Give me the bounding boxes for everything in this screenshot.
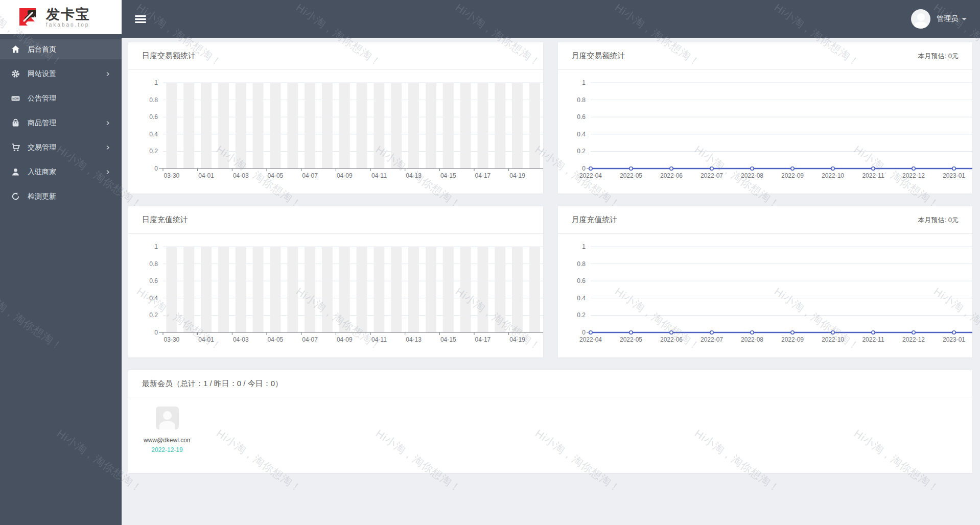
sidebar-item-label: 商品管理 — [28, 118, 105, 128]
sidebar-item-label: 网站设置 — [28, 69, 105, 79]
svg-text:2022-07: 2022-07 — [700, 336, 722, 343]
logo-icon — [17, 6, 40, 29]
sidebar-item-label: 交易管理 — [28, 143, 105, 152]
svg-text:0.2: 0.2 — [149, 148, 158, 155]
sidebar-item-label: 公告管理 — [28, 94, 110, 103]
member-avatar — [156, 407, 179, 429]
daily-recharge-chart: 10.80.60.40.2003-3004-0104-0304-0504-070… — [128, 234, 543, 357]
user-avatar — [911, 9, 930, 29]
svg-text:0.4: 0.4 — [149, 295, 158, 302]
svg-text:2022-09: 2022-09 — [781, 336, 803, 343]
svg-text:0.6: 0.6 — [577, 277, 586, 284]
merchant-user-icon — [11, 168, 20, 176]
svg-text:04-17: 04-17 — [475, 172, 491, 179]
svg-text:0: 0 — [582, 329, 586, 336]
svg-text:04-17: 04-17 — [475, 336, 491, 343]
svg-text:04-19: 04-19 — [509, 336, 525, 343]
menu-toggle-icon[interactable] — [135, 15, 146, 23]
sidebar-item-check-update[interactable]: 检测更新 — [0, 186, 122, 206]
svg-text:03-30: 03-30 — [164, 172, 180, 179]
svg-text:04-07: 04-07 — [302, 336, 318, 343]
svg-text:2023-01: 2023-01 — [942, 172, 965, 179]
svg-text:04-15: 04-15 — [440, 172, 456, 179]
svg-text:04-19: 04-19 — [509, 172, 525, 179]
svg-text:0.6: 0.6 — [577, 113, 586, 121]
sidebar-menu: 后台首页 网站设置 NEW 公告管理 — [0, 34, 122, 206]
svg-text:0.6: 0.6 — [149, 113, 158, 121]
product-bag-icon — [11, 118, 20, 127]
app-logo[interactable]: 发卡宝 fakabao.top — [0, 0, 122, 34]
svg-text:2022-10: 2022-10 — [821, 172, 844, 179]
sidebar-item-label: 后台首页 — [28, 45, 110, 54]
month-estimate-label: 本月预估: 0元 — [918, 52, 959, 61]
svg-text:2023-01: 2023-01 — [942, 336, 965, 343]
sidebar: 发卡宝 fakabao.top 后台首页 网站设置 — [0, 0, 122, 525]
chevron-right-icon — [105, 71, 110, 77]
svg-text:04-09: 04-09 — [337, 336, 353, 343]
svg-text:0.8: 0.8 — [149, 97, 158, 104]
announcement-new-icon: NEW — [11, 94, 20, 103]
cart-icon — [11, 143, 20, 152]
svg-text:04-11: 04-11 — [371, 336, 387, 343]
svg-text:2022-08: 2022-08 — [740, 172, 763, 179]
svg-text:0.8: 0.8 — [577, 260, 586, 268]
svg-text:1: 1 — [154, 79, 158, 86]
sidebar-item-merchants[interactable]: 入驻商家 — [0, 162, 122, 182]
chart-title: 月度交易额统计 — [572, 51, 625, 61]
chart-title: 日度充值统计 — [142, 215, 188, 225]
svg-text:0.2: 0.2 — [577, 312, 586, 319]
svg-text:04-01: 04-01 — [198, 336, 214, 343]
sidebar-item-site-settings[interactable]: 网站设置 — [0, 64, 122, 84]
svg-text:1: 1 — [582, 243, 586, 250]
svg-text:0.4: 0.4 — [149, 131, 158, 138]
svg-text:04-03: 04-03 — [233, 172, 249, 179]
daily-trade-svg: 10.80.60.40.2003-3004-0104-0304-0504-070… — [128, 70, 543, 193]
daily-trade-chart-card: 日度交易额统计 10.80.60.40.2003-3004-0104-0304-… — [128, 42, 543, 194]
svg-text:04-13: 04-13 — [406, 172, 422, 179]
svg-text:0: 0 — [154, 329, 158, 336]
svg-text:0: 0 — [154, 165, 158, 172]
svg-text:0.8: 0.8 — [577, 97, 586, 104]
member-list-item[interactable]: www@dkewl.com 2022-12-19 — [144, 407, 191, 454]
logo-subtitle: fakabao.top — [46, 22, 90, 28]
svg-text:04-13: 04-13 — [406, 336, 422, 343]
svg-text:04-01: 04-01 — [198, 172, 214, 179]
svg-text:2022-12: 2022-12 — [902, 336, 924, 343]
sidebar-item-orders[interactable]: 交易管理 — [0, 137, 122, 157]
monthly-trade-chart-card: 月度交易额统计 本月预估: 0元 10.80.60.40.202022-0420… — [558, 42, 973, 194]
monthly-recharge-svg: 10.80.60.40.202022-042022-052022-062022-… — [558, 234, 973, 357]
svg-text:2022-05: 2022-05 — [619, 336, 642, 343]
caret-down-icon — [962, 18, 967, 20]
svg-text:2022-08: 2022-08 — [740, 336, 763, 343]
sidebar-item-products[interactable]: 商品管理 — [0, 113, 122, 133]
svg-text:2022-04: 2022-04 — [579, 172, 601, 179]
chart-title: 日度交易额统计 — [142, 51, 196, 61]
svg-text:0.4: 0.4 — [577, 295, 586, 302]
monthly-trade-svg: 10.80.60.40.202022-042022-052022-062022-… — [558, 70, 973, 193]
svg-text:0: 0 — [582, 165, 586, 172]
svg-text:0.2: 0.2 — [577, 148, 586, 155]
svg-text:1: 1 — [582, 79, 586, 86]
svg-text:04-15: 04-15 — [440, 336, 456, 343]
svg-text:2022-04: 2022-04 — [579, 336, 601, 343]
svg-text:04-09: 04-09 — [337, 172, 353, 179]
svg-text:2022-10: 2022-10 — [821, 336, 844, 343]
svg-text:2022-11: 2022-11 — [862, 172, 884, 179]
svg-text:NEW: NEW — [12, 97, 18, 100]
svg-text:2022-11: 2022-11 — [862, 336, 884, 343]
svg-text:0.4: 0.4 — [577, 131, 586, 138]
svg-text:03-30: 03-30 — [164, 336, 180, 343]
sidebar-item-label: 入驻商家 — [28, 168, 105, 177]
sidebar-item-announcements[interactable]: NEW 公告管理 — [0, 88, 122, 108]
svg-text:0.6: 0.6 — [149, 277, 158, 284]
sidebar-item-dashboard[interactable]: 后台首页 — [0, 39, 122, 59]
daily-recharge-chart-card: 日度充值统计 10.80.60.40.2003-3004-0104-0304-0… — [128, 206, 543, 357]
daily-trade-chart: 10.80.60.40.2003-3004-0104-0304-0504-070… — [128, 70, 543, 193]
svg-text:0.2: 0.2 — [149, 312, 158, 319]
daily-recharge-svg: 10.80.60.40.2003-3004-0104-0304-0504-070… — [128, 234, 543, 357]
svg-text:2022-05: 2022-05 — [619, 172, 642, 179]
svg-text:04-07: 04-07 — [302, 172, 318, 179]
svg-text:04-11: 04-11 — [371, 172, 387, 179]
latest-members-card: 最新会员（总计：1 / 昨日：0 / 今日：0） www@dkewl.com 2… — [128, 370, 972, 473]
user-menu[interactable]: 管理员 — [911, 9, 967, 29]
